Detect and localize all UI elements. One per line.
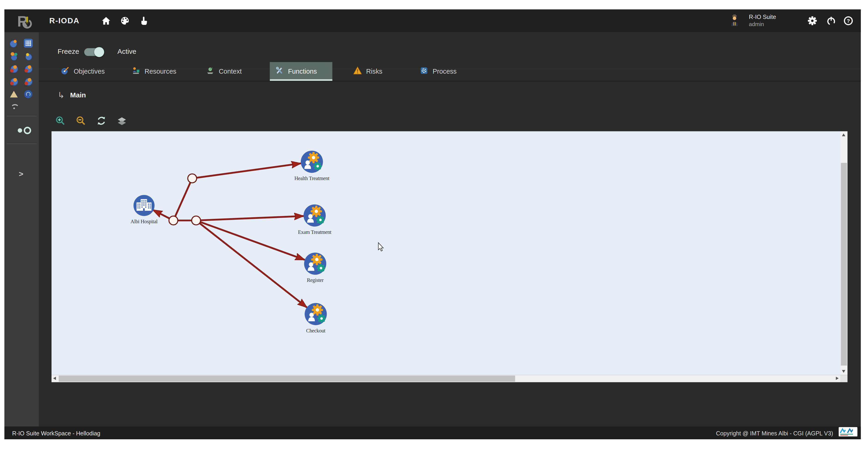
tab-label: Process [433,68,457,75]
network-mini-icon[interactable] [9,102,18,111]
zoom-in-icon[interactable] [55,116,65,126]
svg-text:?: ? [847,18,850,24]
node-label: Albi Hospital [130,219,157,224]
resources-mini-icon[interactable] [9,52,18,60]
settings-gear-icon[interactable] [808,16,817,26]
objectives-mini-icon[interactable] [9,39,18,47]
tab-resources[interactable]: Resources [126,62,182,81]
sublevel-arrow-icon: ↳ [58,90,65,100]
function-mini-icon[interactable] [24,77,33,86]
resources-icon [132,66,140,77]
canvas-vscrollbar-thumb[interactable] [841,163,847,365]
node-health[interactable]: Health Treatment [294,151,330,181]
copyright-text: Copyright @ IMT Mines Albi - CGI (AGPL V… [716,429,833,436]
canvas-hscrollbar[interactable] [52,375,840,382]
statusbar: R-IO Suite WorkSpace - Hellodiag Copyrig… [4,427,861,439]
flow-edge[interactable] [192,163,301,179]
power-icon[interactable] [827,16,836,26]
functions-icon [275,66,284,77]
user-avatar[interactable] [730,14,739,27]
vscroll-up-arrow-icon[interactable] [842,133,845,136]
canvas-hscrollbar-thumb[interactable] [59,376,515,382]
flow-edge[interactable] [196,221,307,308]
layers-icon[interactable] [117,116,127,126]
flow-edge[interactable] [196,216,303,221]
sidebar: > [4,32,39,426]
function-mini-icon[interactable] [9,77,18,86]
hospital-mini-icon[interactable] [24,39,33,47]
imt-mines-albi-logo [839,427,858,439]
function-mini-icon[interactable] [9,64,18,73]
sidebar-separator [7,143,37,144]
tab-context[interactable]: Context [200,62,247,81]
function-node-icon [305,303,327,325]
diagram-canvas[interactable]: Albi HospitalHealth TreatmentExam Treatm… [52,131,847,382]
rio-logo-icon: R [17,12,34,30]
vscroll-down-arrow-icon[interactable] [842,370,845,373]
scrollbar-corner [840,375,847,382]
freeze-state-label: Active [118,47,136,55]
junction-point[interactable] [188,174,196,183]
process-icon [420,66,428,77]
sidebar-mini-icons [9,39,34,111]
hscroll-right-arrow-icon[interactable] [836,377,839,380]
account-user: admin [749,21,776,28]
breadcrumb: ↳ Main [58,90,86,100]
function-diagram[interactable]: Albi HospitalHealth TreatmentExam Treatm… [52,131,840,375]
tab-objectives[interactable]: Objectives [55,62,110,81]
account-info[interactable]: R-IO Suite admin [749,13,776,28]
sidebar-separator [7,116,37,116]
tab-bar: Objectives Resources Context Functions [39,62,861,82]
refresh-icon[interactable] [96,116,106,126]
account-name: R-IO Suite [749,13,776,21]
tab-label: Risks [366,68,382,75]
objectives-icon [61,66,69,77]
tab-label: Objectives [74,68,104,75]
flow-edge[interactable] [196,221,305,260]
context-mini-icon[interactable] [24,52,33,60]
freeze-toggle-knob[interactable] [94,47,104,57]
node-checkout[interactable]: Checkout [305,303,327,333]
workspace-status-text: R-IO Suite WorkSpace - Hellodiag [12,429,100,436]
node-register[interactable]: Register [304,253,326,283]
context-icon [206,66,214,77]
function-node-icon [304,253,326,275]
function-node-icon [301,151,323,173]
hscroll-left-arrow-icon[interactable] [53,377,56,380]
node-label: Exam Treatment [298,229,332,235]
home-icon[interactable] [101,16,111,26]
process-mini-icon[interactable] [24,90,33,99]
touch-pointer-icon[interactable] [139,16,149,26]
app-title: R-IODA [50,16,80,25]
node-label: Register [307,277,324,283]
sidebar-expand-chevron-icon[interactable]: > [19,169,24,178]
tab-label: Functions [288,68,317,75]
node-label: Health Treatment [294,175,330,181]
mouse-cursor [378,243,383,251]
help-icon[interactable]: ? [843,16,853,26]
flow-edge[interactable] [174,179,192,221]
tab-process[interactable]: Process [414,62,462,81]
function-mini-icon[interactable] [24,64,33,73]
diagram-mode-toggle-icon[interactable] [17,126,33,135]
zoom-out-icon[interactable] [76,116,86,126]
tab-label: Resources [145,68,176,75]
junction-point[interactable] [192,216,200,225]
freeze-toggle[interactable] [84,48,103,56]
node-hospital[interactable]: Albi Hospital [130,195,157,224]
palette-icon[interactable] [120,16,130,26]
tab-functions[interactable]: Functions [270,62,333,81]
risks-mini-icon[interactable] [9,90,18,99]
tab-label: Context [219,68,242,75]
tab-risks[interactable]: Risks [348,62,388,81]
node-exam[interactable]: Exam Treatment [298,204,332,235]
canvas-toolbar [55,116,127,126]
risks-icon [353,66,362,77]
canvas-vscrollbar[interactable] [840,131,847,375]
breadcrumb-label: Main [70,91,86,99]
freeze-label: Freeze [58,47,79,55]
junction-point[interactable] [169,216,178,225]
hospital-node-icon [133,195,154,216]
topbar: R R-IODA [4,9,861,32]
node-label: Checkout [306,328,326,333]
